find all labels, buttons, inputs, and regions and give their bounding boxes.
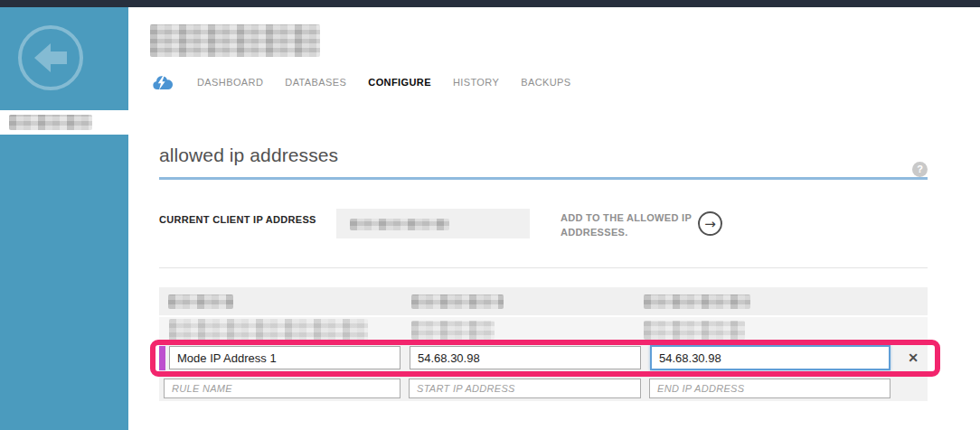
current-client-ip-value-box — [336, 209, 530, 238]
azure-configure-screen: DASHBOARD DATABASES CONFIGURE HISTORY BA… — [0, 0, 980, 430]
current-client-ip-label: CURRENT CLIENT IP ADDRESS — [159, 214, 316, 225]
tab-backups[interactable]: BACKUPS — [521, 77, 570, 88]
help-icon[interactable]: ? — [912, 162, 928, 177]
add-to-allowed-note: ADD TO THE ALLOWED IP ADDRESSES. — [561, 210, 696, 239]
redacted-client-ip — [350, 219, 449, 230]
rules-divider — [159, 267, 928, 268]
redacted-end-ip — [644, 294, 750, 309]
end-ip-input-focused[interactable] — [650, 345, 890, 370]
redacted-server-name — [9, 115, 92, 130]
tab-databases[interactable]: DATABASES — [285, 77, 346, 88]
redacted-rule-name — [168, 294, 233, 309]
new-start-ip-input[interactable] — [409, 379, 641, 398]
sidebar — [0, 7, 128, 430]
tab-dashboard[interactable]: DASHBOARD — [197, 77, 263, 88]
top-bar — [0, 0, 980, 7]
back-button[interactable] — [0, 7, 128, 110]
tab-nav: DASHBOARD DATABASES CONFIGURE HISTORY BA… — [152, 72, 571, 92]
redacted-end-ip — [644, 321, 745, 340]
rule-row-redacted-2 — [159, 317, 928, 343]
tab-history[interactable]: HISTORY — [453, 77, 499, 88]
back-arrow-icon — [14, 22, 87, 94]
start-ip-input[interactable] — [410, 346, 641, 369]
arrow-right-icon: → — [704, 216, 716, 232]
tab-configure[interactable]: CONFIGURE — [368, 77, 431, 88]
add-client-ip-button[interactable]: → — [698, 211, 722, 236]
cloud-lightning-icon — [152, 75, 174, 90]
add-note-line2: ADDRESSES. — [561, 225, 696, 239]
new-end-ip-input[interactable] — [649, 379, 890, 398]
modified-indicator-bar — [159, 346, 165, 370]
sidebar-item-selected[interactable] — [0, 110, 128, 135]
section-underline — [159, 177, 928, 180]
redacted-start-ip — [411, 294, 504, 309]
rule-row-redacted-1 — [159, 287, 928, 315]
redacted-start-ip — [411, 321, 495, 340]
close-icon: ✕ — [908, 351, 919, 365]
section-heading: allowed ip addresses — [159, 145, 338, 166]
redacted-page-title — [150, 24, 320, 57]
rule-name-input[interactable] — [169, 346, 400, 369]
add-note-line1: ADD TO THE ALLOWED IP — [561, 210, 696, 225]
new-rule-name-input[interactable] — [164, 379, 400, 398]
redacted-rule-name — [169, 319, 368, 341]
delete-rule-button[interactable]: ✕ — [901, 347, 925, 369]
